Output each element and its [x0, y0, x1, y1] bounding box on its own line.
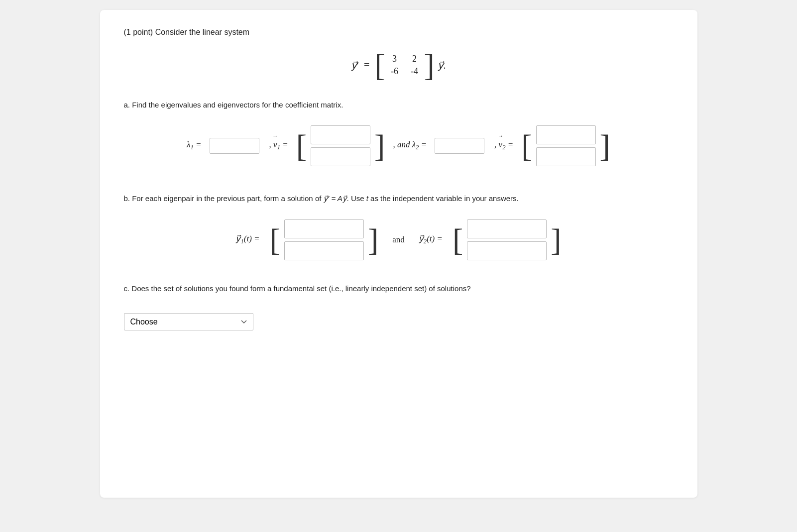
y1-row1-input[interactable] — [284, 219, 364, 238]
part-c-section: c. Does the set of solutions you found f… — [124, 283, 674, 331]
lambda1-input[interactable] — [210, 138, 259, 154]
v1-vector: [ ] — [296, 122, 385, 169]
lambda2-input[interactable] — [435, 138, 484, 154]
vec-y-symbol: y⃗ — [351, 60, 357, 71]
y2-label: y⃗2(t) = — [419, 233, 443, 245]
matrix-equation: y⃗′ = [ 3 2 -6 -4 ] y⃗. — [124, 51, 674, 80]
v2-left-bracket: [ — [521, 131, 532, 160]
dropdown-container: Choose Yes No — [124, 313, 253, 330]
main-card: (1 point) Consider the linear system y⃗′… — [100, 10, 697, 498]
v1-row1-input[interactable] — [311, 125, 370, 144]
y2-col — [463, 216, 551, 263]
lambda1-label: λ1 = — [187, 140, 201, 151]
lhs-vec-y: y⃗′ — [351, 59, 359, 71]
v1-label: , v1 = — [269, 140, 288, 151]
and-label-b: and — [392, 235, 405, 245]
solution-row: y⃗1(t) = [ ] and y⃗2(t) = [ — [124, 216, 674, 263]
m00: 3 — [389, 54, 400, 64]
y1-right-bracket: ] — [368, 225, 378, 254]
right-bracket: ] — [424, 51, 435, 80]
y1-row2-input[interactable] — [284, 241, 364, 260]
y2-left-bracket: [ — [453, 225, 463, 254]
v2-row1-input[interactable] — [536, 125, 596, 144]
y1-vector: [ ] — [270, 216, 379, 263]
v1-col — [307, 122, 374, 169]
left-bracket: [ — [374, 51, 385, 80]
v1-row2-input[interactable] — [311, 147, 370, 166]
fundamental-set-dropdown[interactable]: Choose Yes No — [124, 313, 253, 330]
v2-row2-input[interactable] — [536, 147, 596, 166]
v2-right-bracket: ] — [600, 131, 610, 160]
m11: -4 — [409, 66, 420, 77]
coefficient-matrix: [ 3 2 -6 -4 ] — [374, 51, 435, 80]
v1-right-bracket: ] — [374, 131, 385, 160]
y2-vector: [ ] — [453, 216, 562, 263]
part-a-section: a. Find the eigenvalues and eigenvectors… — [124, 100, 674, 170]
v2-col — [532, 122, 600, 169]
eigenvalue-row: λ1 = , v1 = [ ] , and λ2 = — [124, 122, 674, 169]
part-c-label: c. Does the set of solutions you found f… — [124, 283, 674, 295]
m01: 2 — [409, 54, 420, 64]
v2-label: , v2 = — [494, 140, 513, 151]
part-b-label: b. For each eigenpair in the previous pa… — [124, 193, 674, 205]
rhs-vec-y: y⃗. — [438, 59, 446, 71]
y1-col — [280, 216, 368, 263]
problem-header: (1 point) Consider the linear system — [124, 28, 674, 37]
y2-right-bracket: ] — [551, 225, 561, 254]
m10: -6 — [389, 66, 400, 77]
y2-row1-input[interactable] — [467, 219, 547, 238]
eq-sign: = — [364, 59, 369, 71]
part-a-label: a. Find the eigenvalues and eigenvectors… — [124, 100, 674, 111]
y1-label: y⃗1(t) = — [235, 233, 259, 245]
v2-vector: [ ] — [521, 122, 610, 169]
v1-left-bracket: [ — [296, 131, 307, 160]
and-lambda2-label: , and λ2 = — [393, 140, 427, 151]
part-b-section: b. For each eigenpair in the previous pa… — [124, 193, 674, 263]
y1-left-bracket: [ — [270, 225, 280, 254]
y2-row2-input[interactable] — [467, 241, 547, 260]
matrix-grid: 3 2 -6 -4 — [385, 52, 424, 79]
